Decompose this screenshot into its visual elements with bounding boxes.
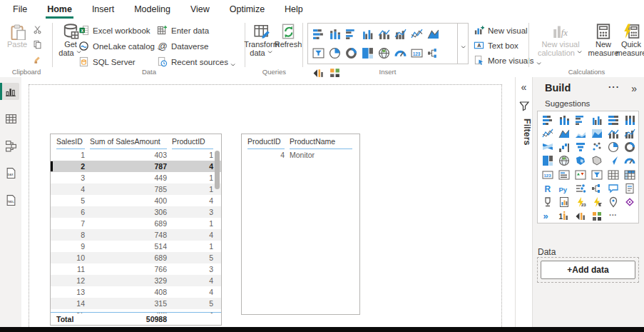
table-row[interactable]: 47851 — [51, 183, 221, 195]
data-button-recent-sources[interactable]: Recent sources — [157, 56, 237, 67]
build-gallery-item-smart-narrative[interactable] — [621, 181, 638, 195]
build-gallery-item-table[interactable] — [605, 168, 621, 181]
build-gallery-item-decomposition-tree[interactable] — [588, 181, 605, 195]
gallery-item-clustered-bar-chart[interactable] — [343, 24, 359, 44]
build-gallery-item-waterfall-chart[interactable] — [556, 141, 572, 154]
dax-query-view-button[interactable]: DAX — [2, 164, 19, 181]
build-gallery-item-python-visual[interactable]: Py — [556, 181, 572, 195]
gallery-item-line-chart[interactable] — [409, 24, 425, 44]
new-visual-button[interactable]: New visual — [474, 25, 528, 36]
build-gallery-item-clustered-bar-chart[interactable] — [572, 113, 588, 126]
gallery-item-stacked-column-chart[interactable] — [327, 24, 343, 44]
build-gallery-item-small-multiples[interactable] — [588, 209, 605, 223]
build-gallery-item-azure-map[interactable] — [605, 154, 621, 168]
tab-file[interactable]: File — [3, 0, 37, 19]
refresh-button[interactable]: Refresh — [272, 23, 304, 49]
tmdl-view-button[interactable]: TMDL — [2, 191, 19, 208]
build-gallery-item-line-chart[interactable] — [539, 126, 556, 140]
build-gallery-item-key-influencers[interactable] — [572, 181, 588, 195]
build-gallery-item-area-chart[interactable] — [556, 126, 572, 140]
column-header-productid[interactable]: ProductID — [247, 137, 285, 149]
build-gallery-item-power-automate-visual[interactable] — [588, 196, 605, 209]
new-measure-button[interactable]: Newmeasure — [591, 23, 616, 57]
gallery-item-slicer[interactable] — [310, 44, 327, 63]
table-row[interactable]: 117663 — [51, 263, 221, 275]
gallery-item-pie-chart[interactable] — [327, 44, 343, 63]
table-row[interactable]: 63063 — [51, 206, 221, 218]
table-row[interactable]: 123294 — [51, 275, 221, 286]
build-gallery-item-card[interactable]: 123 — [539, 168, 556, 181]
quick-measure-button[interactable]: Quickmeasure — [618, 23, 644, 57]
gallery-item-decomposition-tree[interactable] — [425, 44, 441, 63]
build-gallery-item-metrics[interactable] — [539, 196, 556, 209]
tab-home[interactable]: Home — [37, 0, 82, 19]
gallery-expand-button[interactable] — [458, 23, 469, 64]
gallery-item-clustered-column-chart[interactable] — [359, 24, 376, 44]
filters-pane-collapsed[interactable]: « Filters — [515, 77, 533, 327]
build-gallery-item-chart-race-visual[interactable]: 1 — [556, 209, 572, 223]
build-gallery-item-gauge[interactable] — [621, 154, 638, 168]
table-row[interactable]: 87484 — [51, 229, 221, 241]
table-row[interactable]: 14031 — [51, 149, 221, 161]
copy-button[interactable] — [33, 39, 44, 50]
report-canvas[interactable]: SalesIDSum of SalesAmountProductID 14031… — [21, 77, 515, 327]
collapse-build-button[interactable]: » — [631, 83, 637, 94]
table-row[interactable]: 54004 — [51, 195, 221, 206]
table-visual-products[interactable]: ProductIDProductName 4Monitor — [241, 134, 360, 315]
build-gallery-item-pie-chart[interactable] — [605, 141, 621, 154]
tab-optimize[interactable]: Optimize — [220, 0, 275, 19]
build-gallery-item-custom-visual[interactable] — [621, 196, 638, 209]
gallery-item-donut-chart[interactable] — [343, 44, 359, 63]
tab-view[interactable]: View — [180, 0, 220, 19]
column-header-productid[interactable]: ProductID — [172, 137, 213, 149]
cut-button[interactable] — [33, 24, 44, 35]
column-header-salesid[interactable]: SalesID — [56, 137, 85, 149]
build-gallery-item-more-options[interactable]: ··· — [605, 209, 621, 223]
format-painter-button[interactable] — [33, 54, 44, 65]
tab-modeling[interactable]: Modeling — [124, 0, 180, 19]
gallery-item-treemap[interactable] — [359, 44, 376, 63]
build-gallery-item-line-clustered-column-combo-chart[interactable] — [621, 126, 638, 140]
table-row[interactable]: 27874 — [51, 161, 221, 172]
build-gallery-item-kpi[interactable] — [572, 168, 588, 181]
table-row[interactable]: 34491 — [51, 172, 221, 183]
build-gallery-item-influencer-visual[interactable] — [572, 209, 588, 223]
tab-insert[interactable]: Insert — [82, 0, 124, 19]
build-gallery-item-ribbon-chart[interactable] — [539, 141, 556, 154]
data-button-onelake-catalog[interactable]: OneLake catalog — [78, 41, 163, 51]
data-button-dataverse[interactable]: @Dataverse — [157, 41, 208, 51]
expand-filters-button[interactable]: « — [516, 81, 532, 93]
table-row[interactable]: 4Monitor — [242, 149, 359, 161]
build-gallery-item-matrix[interactable] — [621, 168, 638, 181]
build-gallery-item-scatter-chart[interactable] — [588, 141, 605, 154]
build-more-options-button[interactable]: ··· — [608, 81, 620, 92]
table-row[interactable]: 76891 — [51, 218, 221, 229]
build-gallery-item-paginated-report[interactable] — [556, 196, 572, 209]
build-gallery-item-hundred-stacked-area-chart[interactable] — [588, 126, 605, 140]
build-gallery-item-treemap[interactable] — [539, 154, 556, 168]
build-gallery-item-funnel-chart[interactable] — [572, 141, 588, 154]
gallery-item-line-clustered-column-combo-chart[interactable] — [392, 24, 409, 44]
build-gallery-item-stacked-bar-chart[interactable] — [539, 113, 556, 126]
gallery-item-line-stacked-column-combo-chart[interactable] — [376, 24, 392, 44]
gallery-item-card[interactable]: 123 — [409, 44, 425, 63]
build-gallery-item-hundred-stacked-bar-chart[interactable] — [605, 113, 621, 126]
build-gallery-item-line-stacked-column-combo-chart[interactable] — [605, 126, 621, 140]
table-row[interactable]: 134084 — [51, 286, 221, 298]
build-gallery-item-stacked-area-chart[interactable] — [572, 126, 588, 140]
build-gallery-item-donut-chart[interactable] — [621, 141, 638, 154]
build-gallery-item-flow-visual[interactable]: » — [539, 209, 556, 223]
report-view-button[interactable] — [2, 83, 19, 100]
build-gallery-item-stacked-column-chart[interactable] — [556, 113, 572, 126]
table-scrollbar[interactable] — [215, 151, 220, 189]
data-button-enter-data[interactable]: Enter data — [157, 25, 209, 36]
build-gallery-item-arcgis-map[interactable] — [605, 196, 621, 209]
gallery-item-stacked-bar-chart[interactable] — [310, 24, 327, 44]
paste-button[interactable]: Paste — [1, 23, 33, 49]
data-button-excel-workbook[interactable]: xExcel workbook — [78, 25, 150, 36]
table-visual-sales[interactable]: SalesIDSum of SalesAmountProductID 14031… — [50, 134, 222, 326]
add-data-button[interactable]: +Add data — [541, 261, 635, 279]
table-row[interactable]: 143155 — [51, 298, 221, 309]
table-row[interactable]: 106895 — [51, 252, 221, 263]
build-gallery-item-power-apps-visual[interactable]: 23 — [572, 196, 588, 209]
